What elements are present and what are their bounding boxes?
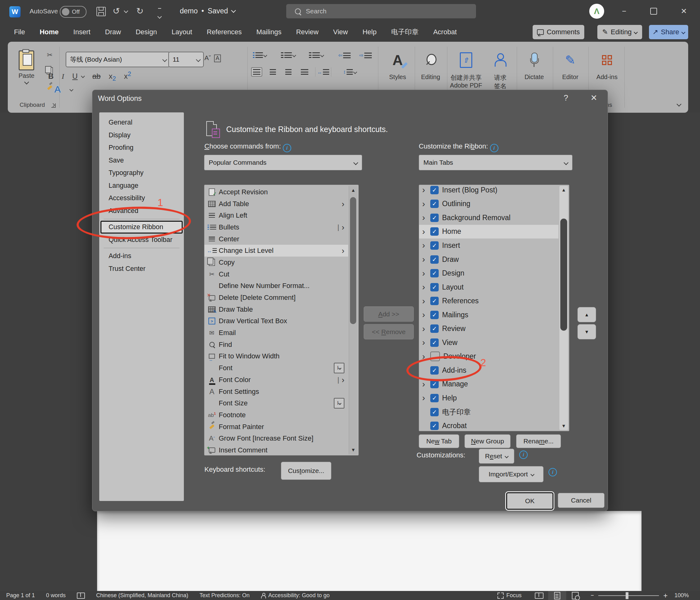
close-button[interactable]: ✕ <box>678 6 690 17</box>
command-item-format-painter[interactable]: Format Painter <box>204 421 348 433</box>
format-painter-button[interactable] <box>45 83 55 92</box>
text-effects-button[interactable]: A <box>54 84 73 95</box>
new-tab-button[interactable]: New Tab <box>419 434 459 448</box>
comments-button[interactable]: Comments <box>533 25 584 39</box>
import-export-button[interactable]: Import/Export <box>479 466 544 482</box>
tab-references[interactable]: References <box>207 28 242 36</box>
sidebar-item-typography[interactable]: Typography <box>99 167 184 179</box>
scroll-up-icon[interactable]: ▲ <box>559 186 568 194</box>
web-layout-button[interactable] <box>566 591 584 600</box>
ribbon-tab-item-mailings[interactable]: ›✓Mailings <box>419 308 558 322</box>
tab-design[interactable]: Design <box>136 28 157 36</box>
text-predictions[interactable]: Text Predictions: On <box>199 592 250 599</box>
tabs-scrollbar[interactable]: ▲ ▼ <box>559 186 568 430</box>
underline-chevron-icon[interactable] <box>81 74 85 78</box>
cancel-button[interactable]: Cancel <box>558 493 604 508</box>
decrease-indent-button[interactable]: ⇦ <box>338 52 351 58</box>
checkbox-checked-icon[interactable]: ✓ <box>430 297 439 305</box>
command-item-align-left[interactable]: Align Left <box>204 210 348 221</box>
font-size-combo[interactable]: 11 <box>168 52 204 67</box>
tab-review[interactable]: Review <box>296 28 319 36</box>
increase-indent-button[interactable]: ⇨ <box>359 52 372 58</box>
command-item-center[interactable]: Center <box>204 233 348 245</box>
proofing-icon[interactable] <box>77 593 85 599</box>
add-button[interactable]: Add >> <box>364 306 414 322</box>
tab-draw[interactable]: Draw <box>105 28 121 36</box>
remove-button[interactable]: << Remove <box>364 324 414 339</box>
addins-button[interactable]: Add-ins <box>592 49 622 81</box>
move-down-button[interactable]: ▼ <box>577 324 596 339</box>
sidebar-item-proofing[interactable]: Proofing <box>99 141 184 154</box>
checkbox-checked-icon[interactable]: ✓ <box>430 255 439 264</box>
tab-insert[interactable]: Insert <box>73 28 91 36</box>
undo-chevron-icon[interactable] <box>124 9 128 13</box>
ribbon-tab-item-review[interactable]: ›✓Review <box>419 322 558 336</box>
underline-button[interactable]: U <box>72 72 77 81</box>
bold-button[interactable]: B <box>48 72 53 81</box>
info-icon[interactable]: i <box>490 144 498 152</box>
tab-help[interactable]: Help <box>362 28 376 36</box>
command-item-define-new-number-format[interactable]: Define New Number Format... <box>204 280 348 292</box>
info-icon[interactable]: i <box>549 468 557 476</box>
expand-chevron-icon[interactable]: › <box>422 185 430 195</box>
tab-layout[interactable]: Layout <box>171 28 192 36</box>
minimize-button[interactable]: − <box>619 6 630 17</box>
language-indicator[interactable]: Chinese (Simplified, Mainland China) <box>96 592 188 599</box>
italic-button[interactable]: I <box>61 72 64 81</box>
ok-button[interactable]: OK <box>506 492 553 510</box>
checkbox-checked-icon[interactable]: ✓ <box>430 186 439 194</box>
checkbox-checked-icon[interactable]: ✓ <box>430 227 439 236</box>
print-layout-button[interactable] <box>548 591 566 600</box>
command-item-delete-delete-comment[interactable]: ✕Delete [Delete Comment] <box>204 292 348 304</box>
share-button[interactable]: ↗ Share <box>649 25 688 39</box>
word-count[interactable]: 0 words <box>46 592 66 599</box>
align-left-button[interactable] <box>251 67 262 77</box>
expand-chevron-icon[interactable]: › <box>422 310 430 320</box>
collapse-ribbon-chevron-icon[interactable] <box>677 101 681 107</box>
expand-chevron-icon[interactable]: › <box>422 296 430 306</box>
checkbox-checked-icon[interactable]: ✓ <box>430 325 439 333</box>
ribbon-tab-item-insert-blog-post[interactable]: ›✓Insert (Blog Post) <box>419 185 558 197</box>
numbering-button[interactable] <box>281 52 296 58</box>
paste-button[interactable]: Paste <box>15 50 38 85</box>
expand-chevron-icon[interactable]: › <box>422 255 430 264</box>
command-item-font-color[interactable]: AFont Color|› <box>204 374 348 386</box>
ribbon-tab-item-background-removal[interactable]: ›✓Background Removal <box>419 211 558 225</box>
clipboard-dialog-launcher-icon[interactable] <box>51 103 56 108</box>
align-center-button[interactable] <box>268 67 278 77</box>
strikethrough-button[interactable]: ab <box>93 72 101 81</box>
sidebar-item-general[interactable]: General <box>99 116 184 129</box>
command-item-draw-vertical-text-box[interactable]: >Draw Vertical Text Box <box>204 315 348 327</box>
ribbon-tab-item-item[interactable]: ✓电子印章 <box>419 405 558 419</box>
checkbox-checked-icon[interactable]: ✓ <box>430 338 439 347</box>
ribbon-tab-item-layout[interactable]: ›✓Layout <box>419 280 558 294</box>
page-indicator[interactable]: Page 1 of 1 <box>6 592 35 599</box>
autosave-toggle[interactable]: Off <box>60 6 86 18</box>
checkbox-checked-icon[interactable]: ✓ <box>430 422 439 430</box>
command-item-email[interactable]: ✉Email <box>204 327 348 339</box>
command-item-change-list-level[interactable]: ↔Change List Level› <box>204 245 348 257</box>
align-right-button[interactable] <box>283 67 293 77</box>
info-icon[interactable]: i <box>283 144 291 152</box>
accessibility-status[interactable]: Accessibility: Good to go <box>268 592 329 599</box>
zoom-in-button[interactable]: + <box>663 591 668 600</box>
expand-chevron-icon[interactable]: › <box>422 227 430 237</box>
checkbox-checked-icon[interactable]: ✓ <box>430 214 439 222</box>
account-avatar[interactable]: Λ <box>589 4 604 19</box>
reset-button[interactable]: Reset <box>479 449 514 464</box>
command-item-font-size[interactable]: Font SizeI <box>204 397 348 409</box>
command-item-copy[interactable]: Copy <box>204 257 348 268</box>
zoom-slider[interactable] <box>598 595 659 596</box>
expand-chevron-icon[interactable]: › <box>422 337 430 347</box>
document-title[interactable]: demo • Saved <box>180 7 235 15</box>
sidebar-item-accessibility[interactable]: Accessibility <box>99 192 184 205</box>
redo-icon[interactable]: ↻ <box>136 6 144 17</box>
distribute-button[interactable]: ↔ <box>315 67 331 77</box>
checkbox-checked-icon[interactable]: ✓ <box>430 199 439 208</box>
tab-file[interactable]: File <box>14 28 25 36</box>
zoom-out-button[interactable]: − <box>591 592 594 599</box>
document-page[interactable] <box>97 511 642 591</box>
adobe-create-share-button[interactable]: ⇧ 创建并共享 Adobe PDF <box>449 49 483 89</box>
checkbox-checked-icon[interactable]: ✓ <box>430 241 439 250</box>
info-icon[interactable]: i <box>519 451 528 459</box>
